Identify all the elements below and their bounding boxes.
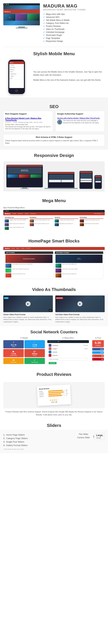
block-text: Nature video article headline text bbox=[62, 264, 76, 265]
inpost-gp-count: 1K bbox=[101, 355, 103, 357]
bar-score: 7.5 bbox=[66, 393, 68, 394]
mm-item-text: Mobile & Apps article headline text bbox=[9, 223, 25, 224]
inpost-pi-btn[interactable]: P 1K bbox=[92, 358, 104, 360]
inpost-counter: 6.3K SHARES f 3.2K 🐦 1.1K g+ 1K P 1K bbox=[91, 340, 105, 360]
subscribe-label: Subscribe bbox=[4, 362, 23, 363]
social-post-label: In Post bbox=[91, 337, 105, 339]
blocks-nav: Madura HOME NEWS VIDEO SPORTS bbox=[3, 247, 105, 250]
mm-col-item: Featured article headline text here bbox=[80, 220, 104, 222]
subscribed-label: Subscribed bbox=[25, 362, 44, 363]
mm-social-widget: FOLLOW US 🐦 f f Facebook 10.1 M g+ Googl… bbox=[47, 340, 89, 365]
sliders-section: 1. Home Page Sliders2. Category Page Sli… bbox=[0, 430, 108, 454]
block-text: Another article headline text goes here bbox=[12, 268, 29, 270]
mm-col-item: Finance article headline text here bbox=[30, 223, 54, 226]
social-grid: In Widget f 15.1 M Likes 🐦 7.2 M Follows… bbox=[3, 337, 105, 365]
share-icon[interactable]: ↗ bbox=[102, 296, 104, 298]
mm-nav-video: VIDEO bbox=[25, 213, 29, 214]
snippet-body: The excerpt from the page will show up h… bbox=[5, 126, 51, 130]
screen-nav-bar bbox=[80, 172, 92, 173]
bullet-icon: 1. bbox=[3, 434, 5, 436]
facebook-count: 15.1 M bbox=[4, 344, 23, 346]
mm-nav-news: NEWS ▾ bbox=[18, 213, 23, 214]
mm-col-item: Economy article headline text here bbox=[30, 220, 54, 222]
block-thumb bbox=[5, 273, 11, 278]
twitter-btn[interactable]: 🐦 7.2 M Follows bbox=[24, 340, 45, 348]
mini-col bbox=[19, 174, 30, 178]
mm-col-featured: FEATURED Featured article headline text … bbox=[80, 216, 104, 230]
block-thumb bbox=[55, 273, 61, 278]
block-item: Third article headline text here bbox=[5, 273, 53, 278]
mm-thumb bbox=[80, 223, 84, 226]
responsive-section: MADURA MAGLatest News & Stories bbox=[0, 160, 108, 195]
gplus-btn[interactable]: g+ Online Online bbox=[24, 349, 45, 357]
facebook-btn[interactable]: f 15.1 M Likes bbox=[3, 340, 24, 348]
subscribe-btn[interactable]: ✉ Subscribe bbox=[3, 358, 24, 364]
video-section: ▶ vimeo HD Vimeo Video Post Format Nunc … bbox=[0, 294, 108, 326]
inpost-fb-btn[interactable]: f 3.2K bbox=[92, 348, 104, 350]
mm-fb-icon: f bbox=[49, 344, 51, 347]
play-button[interactable]: ▶ bbox=[26, 301, 31, 306]
feature-item: ✔ Advanced SEO bbox=[43, 16, 105, 19]
authorship-title: Google Authorship Support bbox=[57, 113, 103, 116]
mm-col-item: Science article headline text here bbox=[5, 227, 28, 230]
reviews-section: Book Review Design 8.5 Usability 9 Featu… bbox=[0, 379, 108, 420]
homepage-section: Madura HOME NEWS VIDEO SPORTS TOP STORIE… bbox=[0, 245, 108, 284]
play-button[interactable]: ▶ bbox=[77, 301, 82, 306]
social-in-post: In Post 6.3K SHARES f 3.2K 🐦 1.1K g+ 1K bbox=[91, 337, 105, 365]
mm-thumb bbox=[30, 220, 34, 222]
mm-col-item: Football article headline text here bbox=[55, 220, 78, 222]
mm-item-text: Gadgets & Tech news article headline bbox=[9, 220, 26, 221]
bar-score: 9 bbox=[66, 391, 68, 392]
block-widget-featured: FEATURED STORIES ▶ Play Video Article Na… bbox=[55, 251, 103, 279]
window-dot-red bbox=[4, 4, 5, 5]
seo-title: SEO bbox=[3, 101, 105, 111]
email-input[interactable] bbox=[49, 358, 88, 360]
device-tablet bbox=[79, 171, 93, 189]
inpost-tw-btn[interactable]: 🐦 1.1K bbox=[92, 351, 104, 354]
mm-thumb bbox=[80, 220, 84, 222]
mega-menu-section: Ajax Powered Mega Menu Madura HOME NEWS … bbox=[0, 205, 108, 235]
schema-title: Rich Schema & HTML 5 Roles Support bbox=[5, 136, 103, 138]
mm-social-row-gp: g+ Google+ 3.8 M bbox=[49, 347, 88, 350]
mm-fb-name: Facebook bbox=[52, 345, 83, 346]
youtube-logo: ▶ YouTube bbox=[56, 297, 63, 299]
inpost-fb-count: 3.2K bbox=[100, 348, 103, 350]
bar-fill bbox=[48, 393, 61, 395]
bullet-icon: 3. bbox=[3, 440, 5, 443]
mm-gp-name: Google+ bbox=[52, 348, 83, 350]
mm-dot-red bbox=[5, 210, 5, 212]
screen-content: MADURA MAGLatest News & Stories bbox=[7, 166, 42, 178]
authorship-link[interactable]: /devices-with-sharper-display | Madura M… bbox=[57, 117, 103, 119]
snippet-link[interactable]: A New Abstract Model Look | Madura Mag T… bbox=[5, 117, 51, 121]
size-large: Large, bbox=[96, 434, 103, 436]
youtube-btn[interactable]: ▶ 7.2 M Subscribed bbox=[3, 349, 24, 357]
blocks-nav-item: SPORTS bbox=[26, 248, 31, 249]
feature-item: ✔ Category, Post Sliders etc. bbox=[43, 22, 105, 25]
inpost-pi-count: 1K bbox=[101, 358, 103, 360]
mm-col-sports: SPORTS Football article headline text he… bbox=[55, 216, 78, 230]
youtube-icon: ▶ bbox=[4, 350, 23, 353]
mm-gp-icon: g+ bbox=[49, 347, 51, 350]
subscribed-btn[interactable]: ✓ Subscribed bbox=[24, 358, 45, 364]
social-mega-label: In Mega Menu bbox=[47, 337, 89, 339]
check-icon: ✔ bbox=[43, 31, 45, 33]
phone-menu-item: Business › bbox=[9, 68, 24, 71]
tablet-screen bbox=[80, 172, 92, 188]
block-thumb bbox=[5, 268, 11, 273]
laptop-base bbox=[45, 188, 78, 189]
inpost-gp-btn[interactable]: g+ 1K bbox=[92, 354, 104, 357]
mm-li-icon: in bbox=[49, 351, 51, 353]
header-content: MADURA MAG ADVANCED NEWS MAGAZINE THEME!… bbox=[43, 3, 105, 43]
inpost-total: 6.3K SHARES bbox=[92, 340, 104, 347]
mm-social-row-fb: f Facebook 10.1 M bbox=[49, 344, 88, 347]
vimeo-video-title: Vimeo Video Post Format bbox=[3, 314, 53, 316]
block-text: Sports video article headline text bbox=[62, 273, 76, 275]
blocks-nav-item: VIDEO bbox=[21, 248, 25, 249]
social-widget-label: In Widget bbox=[3, 337, 45, 339]
mm-col-tech: TECHNOLOGY Gadgets & Tech news article h… bbox=[5, 216, 28, 230]
subscribe-button[interactable]: Subscribe bbox=[49, 362, 56, 364]
size-small: Small bbox=[96, 437, 101, 439]
window-dot-yellow bbox=[6, 4, 7, 5]
header-subtitle: ADVANCED NEWS MAGAZINE THEME! bbox=[43, 9, 105, 11]
mm-social-row-pi: P Pinterest bbox=[49, 354, 88, 357]
